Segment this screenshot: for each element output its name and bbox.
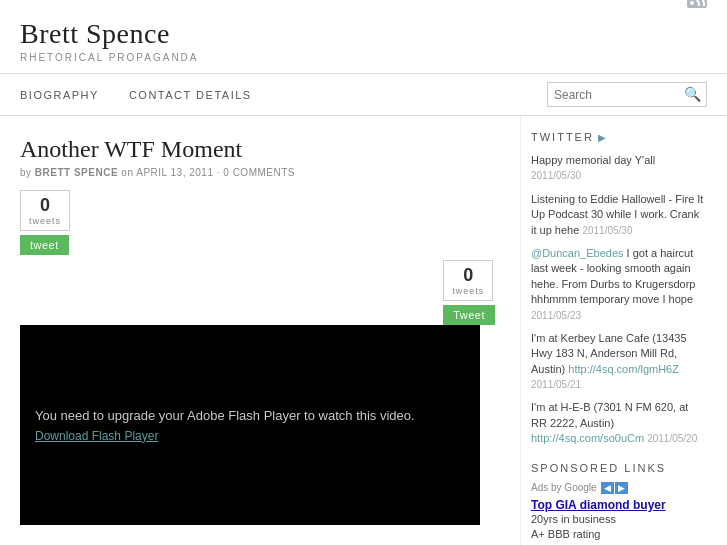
tweet-4-link[interactable]: http://4sq.com/lgmH6Z xyxy=(568,363,679,375)
sidebar: TWITTER ▶ Happy memorial day Y'all 2011/… xyxy=(520,116,720,545)
svg-point-1 xyxy=(690,1,694,5)
site-tagline: RHETORICAL PROPAGANDA xyxy=(20,52,707,63)
tweet-float-number: 0 xyxy=(452,265,484,286)
tweet-float-label: tweets xyxy=(452,286,484,296)
post-comments-count: 0 COMMENTS xyxy=(223,167,295,178)
nav-biography[interactable]: BIOGRAPHY xyxy=(20,89,99,101)
tweet-1-date: 2011/05/30 xyxy=(531,170,581,181)
sponsored-title: SPONSORED LINKS xyxy=(531,462,705,474)
twitter-arrow: ▶ xyxy=(598,132,608,143)
search-box: 🔍 xyxy=(547,82,707,107)
ads-next-arrow[interactable]: ▶ xyxy=(615,482,628,494)
tweet-float-box: 0 tweets Tweet xyxy=(443,260,495,325)
post-date: APRIL 13, 2011 xyxy=(136,167,213,178)
post-by: by xyxy=(20,167,32,178)
ads-prev-arrow[interactable]: ◀ xyxy=(601,482,614,494)
tweet-5: I'm at H-E-B (7301 N FM 620, at RR 2222,… xyxy=(531,400,705,446)
post-meta: by BRETT SPENCE on APRIL 13, 2011 · 0 CO… xyxy=(20,167,500,178)
tweet-2: Listening to Eddie Hallowell - Fire It U… xyxy=(531,192,705,238)
tweet-float-count-box: 0 tweets xyxy=(443,260,493,301)
tweet-number: 0 xyxy=(29,195,61,216)
tweet-5-link[interactable]: http://4sq.com/so0uCm xyxy=(531,432,644,444)
tweet-4-date: 2011/05/21 xyxy=(531,379,581,390)
tweet-3-link[interactable]: @Duncan_Ebedes xyxy=(531,247,624,259)
twitter-section-title: TWITTER ▶ xyxy=(531,131,705,143)
post-author: BRETT SPENCE xyxy=(35,167,118,178)
search-input[interactable] xyxy=(554,88,684,102)
tweet-1-text: Happy memorial day Y'all xyxy=(531,154,655,166)
ad-title[interactable]: Top GIA diamond buyer xyxy=(531,498,705,512)
video-message: You need to upgrade your Adobe Flash Pla… xyxy=(35,408,465,423)
ad-line-2: A+ BBB rating xyxy=(531,527,705,542)
download-flash-link[interactable]: Download Flash Player xyxy=(35,429,465,443)
tweet-5-date: 2011/05/20 xyxy=(647,433,697,444)
rss-icon[interactable] xyxy=(687,0,707,8)
tweet-float-button[interactable]: Tweet xyxy=(443,305,495,325)
search-icon[interactable]: 🔍 xyxy=(684,86,701,103)
ads-by-label: Ads by Google xyxy=(531,482,597,493)
tweet-label: tweets xyxy=(29,216,61,226)
nav-contact[interactable]: CONTACT DETAILS xyxy=(129,89,252,101)
tweet-count-box: 0 tweets xyxy=(20,190,70,231)
post-title: Another WTF Moment xyxy=(20,136,500,163)
ads-by-google: Ads by Google ◀ ▶ xyxy=(531,482,705,494)
tweet-3-date: 2011/05/23 xyxy=(531,310,581,321)
tweet-2-date: 2011/05/30 xyxy=(582,225,632,236)
site-title: Brett Spence xyxy=(20,18,707,50)
tweet-button[interactable]: tweet xyxy=(20,235,69,255)
post-on: on xyxy=(121,167,136,178)
tweet-4: I'm at Kerbey Lane Cafe (13435 Hwy 183 N… xyxy=(531,331,705,393)
video-container: You need to upgrade your Adobe Flash Pla… xyxy=(20,325,480,525)
tweet-1: Happy memorial day Y'all 2011/05/30 xyxy=(531,153,705,184)
navigation: BIOGRAPHY CONTACT DETAILS 🔍 xyxy=(0,74,727,116)
twitter-title: TWITTER xyxy=(531,131,594,143)
ad-line-1: 20yrs in business xyxy=(531,512,705,527)
tweet-5-pre: I'm at H-E-B (7301 N FM 620, at RR 2222,… xyxy=(531,401,688,428)
ads-arrows: ◀ ▶ xyxy=(601,482,628,494)
tweet-3: @Duncan_Ebedes I got a haircut last week… xyxy=(531,246,705,323)
main-content: Another WTF Moment by BRETT SPENCE on AP… xyxy=(0,116,520,545)
